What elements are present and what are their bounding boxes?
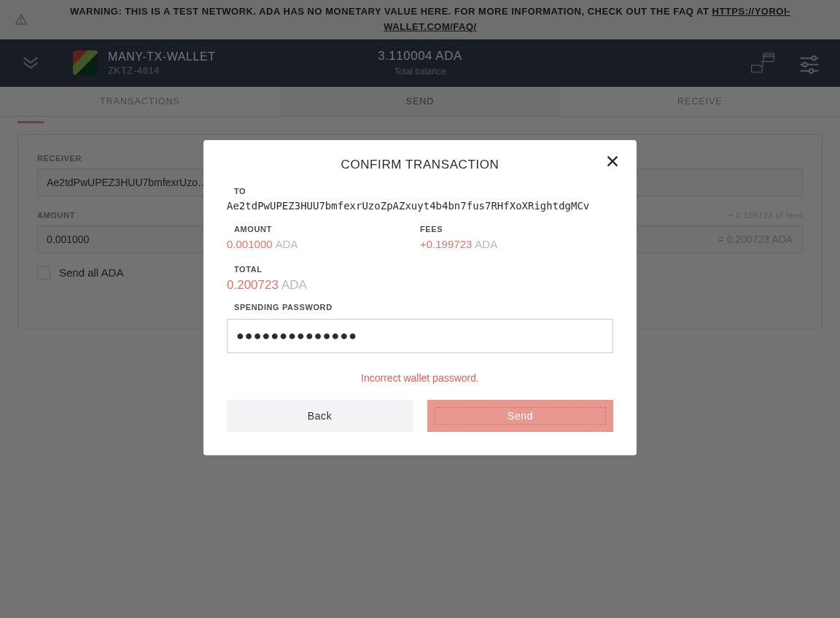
- modal-total-label: TOTAL: [234, 265, 613, 274]
- modal-amount-label: AMOUNT: [234, 225, 420, 233]
- modal-amount-value: 0.001000ADA: [227, 238, 420, 250]
- to-address: Ae2tdPwUPEZ3HUU7bmfexrUzoZpAZxuyt4b4bn7f…: [227, 200, 613, 212]
- spending-password-input[interactable]: [227, 319, 613, 353]
- modal-fees-value: +0.199723ADA: [420, 238, 613, 250]
- to-label: TO: [234, 187, 613, 196]
- confirm-transaction-modal: CONFIRM TRANSACTION TO Ae2tdPwUPEZ3HUU7b…: [203, 140, 637, 455]
- modal-total-value: 0.200723ADA: [227, 278, 613, 293]
- password-error-message: Incorrect wallet password.: [227, 372, 613, 384]
- modal-title: CONFIRM TRANSACTION: [227, 158, 613, 172]
- modal-fees-label: FEES: [420, 225, 613, 233]
- modal-overlay[interactable]: CONFIRM TRANSACTION TO Ae2tdPwUPEZ3HUU7b…: [0, 0, 840, 618]
- send-button[interactable]: Send: [427, 400, 613, 432]
- send-button-label: Send: [508, 410, 533, 422]
- back-button[interactable]: Back: [227, 400, 413, 432]
- spending-password-label: SPENDING PASSWORD: [234, 303, 613, 312]
- close-icon[interactable]: [604, 153, 621, 169]
